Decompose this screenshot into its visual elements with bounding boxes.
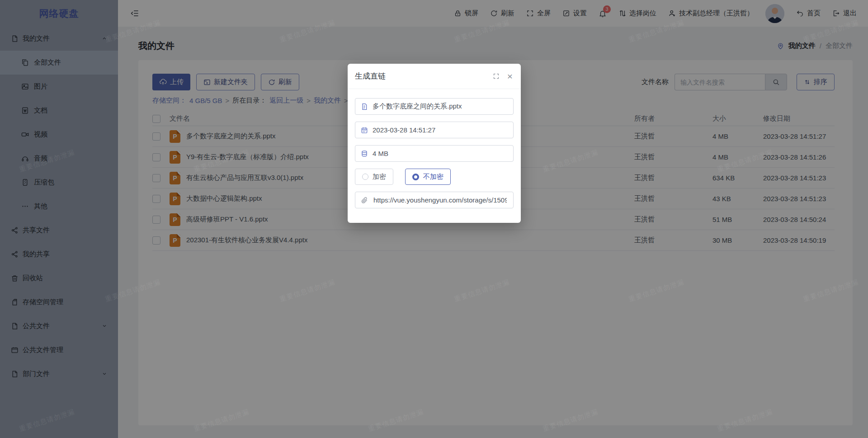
modal-title: 生成直链 bbox=[355, 71, 386, 81]
radio-selected-icon bbox=[412, 174, 419, 180]
modal-close-icon[interactable]: × bbox=[507, 71, 513, 81]
encrypt-option[interactable]: 加密 bbox=[355, 169, 393, 185]
modal-modified-field: 2023-03-28 14:51:27 bbox=[355, 122, 514, 138]
modal-fullscreen-icon[interactable] bbox=[493, 73, 500, 80]
paperclip-icon bbox=[361, 197, 368, 204]
radio-unselected-icon bbox=[362, 174, 368, 180]
direct-link-input[interactable] bbox=[373, 196, 508, 204]
encrypt-radio-group: 加密 不加密 bbox=[355, 169, 514, 185]
modal-modified-date: 2023-03-28 14:51:27 bbox=[373, 126, 435, 134]
modal-size-field: 4 MB bbox=[355, 145, 514, 162]
encrypt-option-label: 加密 bbox=[373, 173, 386, 181]
generate-link-modal: 生成直链 × 多个数字底座之间的关系.pptx 2023-03-28 14:51… bbox=[348, 64, 521, 223]
modal-file-name: 多个数字底座之间的关系.pptx bbox=[373, 102, 462, 111]
database-icon bbox=[361, 150, 368, 157]
modal-file-size: 4 MB bbox=[373, 150, 388, 157]
no-encrypt-option-label: 不加密 bbox=[423, 173, 443, 181]
no-encrypt-option[interactable]: 不加密 bbox=[405, 169, 451, 185]
modal-link-field bbox=[355, 192, 514, 208]
modal-file-name-field: 多个数字底座之间的关系.pptx bbox=[355, 98, 514, 115]
document-icon bbox=[361, 103, 368, 110]
calendar-icon bbox=[361, 127, 368, 134]
